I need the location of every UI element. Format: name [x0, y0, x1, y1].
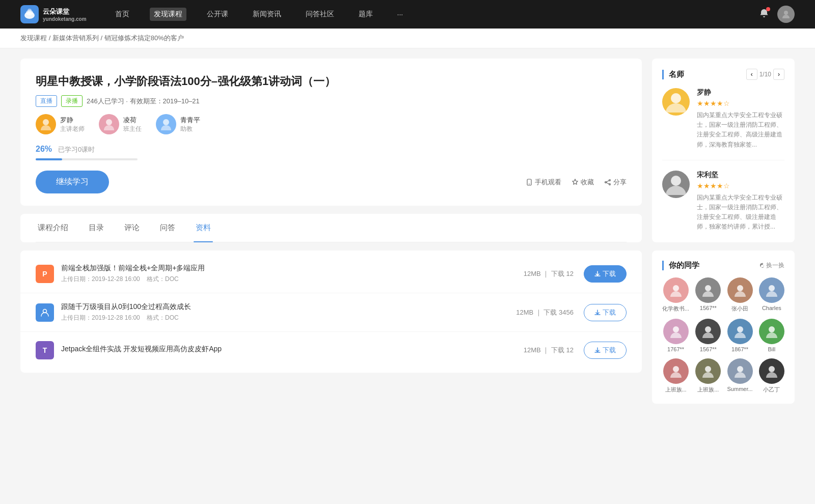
progress-label: 已学习0课时 — [58, 146, 95, 153]
progress-bar-bg — [36, 158, 138, 160]
left-content: 明星中教授课，小学阶段语法100分–强化级第1讲动词（一） 直播 录播 246人… — [20, 59, 642, 412]
svg-point-2 — [28, 9, 32, 13]
teachers-next-button[interactable]: › — [773, 69, 784, 80]
svg-point-25 — [673, 366, 679, 372]
teachers-section-title: 名师 — [662, 70, 684, 79]
breadcrumb-link-series[interactable]: 新媒体营销系列 — [52, 34, 99, 42]
file-size-0: 12MB — [524, 270, 541, 277]
user-avatar[interactable] — [777, 6, 795, 23]
teachers-card-header: 名师 ‹ 1/10 › — [662, 69, 784, 80]
share-link[interactable]: 分享 — [604, 178, 627, 187]
notification-bell[interactable] — [759, 8, 769, 21]
tab-qa[interactable]: 问答 — [158, 214, 177, 242]
svg-line-12 — [606, 180, 610, 182]
tabs-card: 课程介绍 目录 评论 问答 资料 — [20, 214, 642, 242]
tabs: 课程介绍 目录 评论 问答 资料 — [36, 214, 627, 242]
classmate-name-3: Charles — [762, 305, 781, 311]
classmate-name-9: 上班族... — [697, 386, 719, 394]
logo[interactable]: 云朵课堂 yundoketang.com — [20, 5, 87, 23]
svg-point-3 — [784, 11, 788, 15]
collect-link[interactable]: 收藏 — [572, 178, 594, 187]
teacher-name-1: 凌荷 — [123, 116, 142, 125]
file-item-0: P 前端全栈加强版！前端全栈+全周期+多端应用 上传日期：2019-12-28 … — [20, 255, 642, 293]
teacher-info-1: 凌荷 班主任 — [123, 116, 142, 133]
download-button-0[interactable]: 下载 — [584, 265, 627, 283]
breadcrumb-link-discover[interactable]: 发现课程 — [20, 34, 47, 42]
tab-review[interactable]: 评论 — [122, 214, 142, 242]
classmate-name-6: 1867** — [731, 346, 748, 352]
phone-watch-label: 手机观看 — [535, 178, 561, 187]
classmates-sidebar-card: 你的同学 换一换 化学教书... 1567** — [652, 250, 795, 404]
nav-right — [759, 6, 795, 23]
classmate-9: 上班族... — [695, 358, 721, 394]
nav-item-news[interactable]: 新闻资讯 — [249, 8, 285, 21]
classmate-name-0: 化学教书... — [662, 305, 689, 313]
classmate-7: Bill — [759, 319, 784, 352]
file-format-1: 格式：DOC — [147, 314, 179, 321]
continue-button[interactable]: 继续学习 — [36, 171, 109, 193]
progress-pct: 26% — [36, 145, 52, 153]
file-meta-1: 上传日期：2019-12-28 16:00 格式：DOC — [61, 314, 516, 322]
teacher-1: 凌荷 班主任 — [99, 114, 142, 134]
nav-item-qa[interactable]: 问答社区 — [302, 8, 338, 21]
nav-item-home[interactable]: 首页 — [111, 8, 133, 21]
classmate-name-8: 上班族... — [665, 386, 687, 394]
svg-point-16 — [671, 176, 681, 186]
sidebar-teacher-name-0: 罗静 — [697, 88, 784, 97]
file-name-0: 前端全栈加强版！前端全栈+全周期+多端应用 — [61, 264, 524, 273]
refresh-classmates-button[interactable]: 换一换 — [759, 261, 784, 270]
nav-item-quiz[interactable]: 题库 — [355, 8, 377, 21]
file-format-0: 格式：DOC — [147, 275, 179, 283]
file-name-1: 跟随千万级项目从0到100全过程高效成长 — [61, 302, 516, 312]
svg-rect-8 — [529, 184, 530, 184]
course-title: 明星中教授课，小学阶段语法100分–强化级第1讲动词（一） — [36, 74, 627, 89]
right-sidebar: 名师 ‹ 1/10 › 罗静 ★★★★☆ 国内某重点大学安全工程专业硕士，国家一… — [652, 59, 795, 412]
classmates-header: 你的同学 换一换 — [662, 261, 784, 270]
nav-item-discover[interactable]: 发现课程 — [150, 8, 186, 21]
sidebar-teacher-details-0: 罗静 ★★★★☆ 国内某重点大学安全工程专业硕士，国家一级注册消防工程师、注册安… — [697, 88, 784, 150]
teachers-prev-button[interactable]: ‹ — [746, 69, 757, 80]
file-list: P 前端全栈加强版！前端全栈+全周期+多端应用 上传日期：2019-12-28 … — [20, 250, 642, 373]
tab-catalog[interactable]: 目录 — [87, 214, 106, 242]
svg-point-21 — [673, 326, 679, 332]
classmates-grid: 化学教书... 1567** 张小田 — [662, 277, 784, 394]
download-button-2[interactable]: 下载 — [584, 342, 627, 359]
sidebar-teacher-0: 罗静 ★★★★☆ 国内某重点大学安全工程专业硕士，国家一级注册消防工程师、注册安… — [662, 88, 784, 160]
classmate-avatar-6 — [727, 319, 753, 344]
classmate-avatar-11 — [759, 358, 784, 384]
classmate-name-10: Summer... — [727, 386, 753, 392]
classmate-avatar-10 — [727, 358, 753, 384]
sidebar-teacher-stars-0: ★★★★☆ — [697, 99, 784, 107]
tab-intro[interactable]: 课程介绍 — [36, 214, 70, 242]
svg-point-15 — [671, 93, 681, 103]
sidebar-teacher-desc-0: 国内某重点大学安全工程专业硕士，国家一级注册消防工程师、注册安全工程师、高级注册… — [697, 110, 784, 150]
main-layout: 明星中教授课，小学阶段语法100分–强化级第1讲动词（一） 直播 录播 246人… — [0, 48, 815, 422]
sidebar-teacher-avatar-1 — [662, 171, 690, 198]
nav-item-open[interactable]: 公开课 — [203, 8, 232, 21]
phone-watch-link[interactable]: 手机观看 — [526, 178, 561, 187]
sidebar-teacher-name-1: 宋利坚 — [697, 171, 784, 180]
download-button-1[interactable]: 下载 — [584, 304, 627, 321]
svg-point-28 — [769, 366, 775, 372]
classmate-6: 1867** — [727, 319, 752, 352]
classmate-3: Charles — [759, 277, 784, 313]
tab-material[interactable]: 资料 — [194, 214, 213, 242]
file-stats-2: 12MB ｜ 下载 12 — [524, 346, 574, 355]
file-icon-1 — [36, 303, 54, 322]
classmate-0: 化学教书... — [662, 277, 689, 313]
sidebar-teacher-1: 宋利坚 ★★★★☆ 国内某重点大学安全工程专业硕士，国家一级注册消防工程师、注册… — [662, 171, 784, 232]
nav-item-more[interactable]: ··· — [393, 8, 408, 20]
teacher-role-2: 助教 — [180, 125, 200, 133]
teacher-role-1: 班主任 — [123, 125, 142, 133]
file-size-2: 12MB — [524, 346, 541, 354]
file-icon-2: T — [36, 341, 54, 359]
tag-record: 录播 — [61, 95, 83, 107]
svg-point-20 — [769, 285, 775, 291]
file-item-2: T Jetpack全组件实战 开发短视频应用高仿皮皮虾App 12MB ｜ 下载… — [20, 332, 642, 369]
teachers-sidebar-card: 名师 ‹ 1/10 › 罗静 ★★★★☆ 国内某重点大学安全工程专业硕士，国家一… — [652, 59, 795, 242]
navbar: 云朵课堂 yundoketang.com 首页 发现课程 公开课 新闻资讯 问答… — [0, 0, 815, 29]
course-meta: 246人已学习 · 有效期至：2019–10–21 — [87, 97, 200, 106]
classmate-10: Summer... — [727, 358, 752, 394]
classmate-5: 1567** — [695, 319, 721, 352]
classmate-name-1: 1567** — [700, 305, 717, 311]
